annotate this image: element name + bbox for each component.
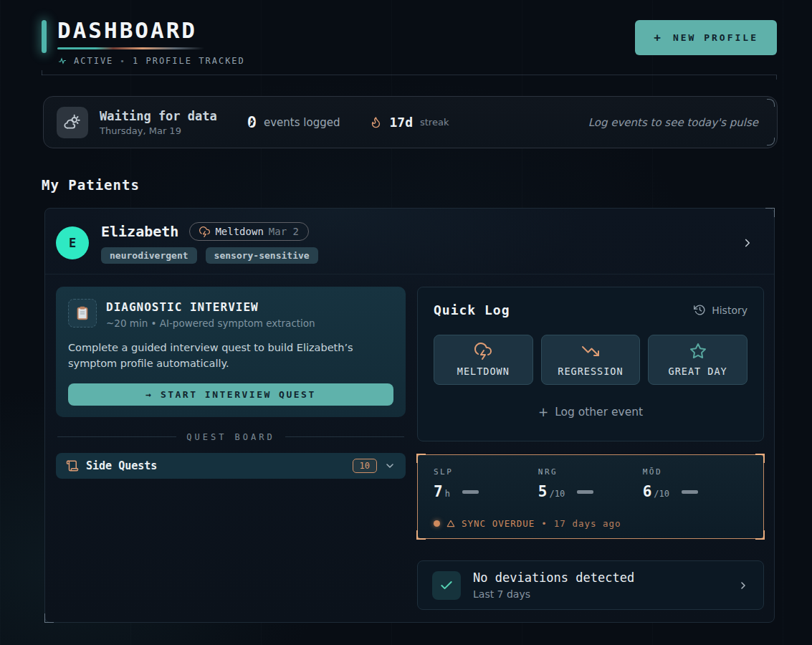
- profiles-tracked-label: 1 PROFILE TRACKED: [133, 56, 245, 66]
- patient-card: E Elizabeth Meltdown Mar 2: [44, 208, 775, 623]
- interview-subtitle: ~20 min • AI-powered symptom extraction: [106, 317, 315, 329]
- flame-icon: [370, 115, 382, 129]
- metric-label: MŌD: [643, 467, 747, 477]
- meltdown-button[interactable]: MELTDOWN: [434, 335, 533, 385]
- patient-name: Elizabeth: [101, 223, 178, 240]
- metric-nrg: NRG 5 /10: [538, 467, 643, 500]
- header: DASHBOARD ACTIVE • 1 PROFILE TRACKED + N…: [0, 0, 812, 66]
- side-quests-toggle[interactable]: Side Quests 10: [56, 453, 406, 479]
- sync-status-row: SYNC OVERDUE • 17 days ago: [434, 518, 747, 529]
- plus-icon: +: [538, 405, 548, 419]
- corner-decoration: [416, 454, 426, 463]
- accent-bar: [42, 20, 47, 53]
- activity-icon: [57, 57, 67, 65]
- meltdown-label: MELTDOWN: [457, 366, 510, 377]
- new-profile-label: NEW PROFILE: [673, 32, 758, 43]
- corner-decoration: [767, 99, 775, 107]
- dashboard-page: DASHBOARD ACTIVE • 1 PROFILE TRACKED + N…: [0, 0, 812, 645]
- badge-date: Mar 2: [269, 226, 299, 237]
- streak-label: streak: [420, 117, 449, 128]
- section-title-my-patients: My Patients: [42, 177, 812, 193]
- vitals-panel: SLP 7 h NRG 5 /10: [417, 454, 764, 539]
- page-title: DASHBOARD: [57, 17, 245, 43]
- last-event-badge: Meltdown Mar 2: [189, 222, 309, 241]
- start-interview-quest-button[interactable]: → START INTERVIEW QUEST: [68, 383, 393, 406]
- metric-label: NRG: [538, 467, 643, 477]
- scroll-icon: [66, 459, 79, 472]
- regression-button[interactable]: REGRESSION: [541, 335, 641, 385]
- history-label: History: [712, 305, 747, 316]
- cloud-lightning-icon: [199, 226, 210, 237]
- log-other-event-button[interactable]: + Log other event: [434, 405, 747, 419]
- streak-value: 17d: [389, 115, 413, 130]
- deviations-subtitle: Last 7 days: [473, 588, 634, 600]
- tag-row: neurodivergent sensory-sensitive: [101, 247, 318, 264]
- corner-decoration: [767, 138, 775, 145]
- today-pulse-card: Waiting for data Thursday, Mar 19 0 even…: [43, 96, 778, 148]
- quick-log-title: Quick Log: [434, 302, 510, 317]
- corner-decoration: [755, 454, 765, 463]
- metric-value: 7: [434, 484, 443, 500]
- title-underline: [57, 47, 204, 49]
- clipboard-icon: [68, 299, 97, 328]
- sun-cloud-icon: [57, 107, 88, 138]
- status-label: ACTIVE: [74, 56, 113, 66]
- tag-neurodivergent: neurodivergent: [101, 247, 197, 264]
- header-divider: [42, 75, 777, 75]
- great-day-label: GREAT DAY: [669, 366, 727, 377]
- regression-label: REGRESSION: [558, 366, 623, 377]
- check-icon: [432, 571, 461, 600]
- sync-status-label: SYNC OVERDUE: [462, 518, 535, 529]
- events-label: events logged: [264, 116, 340, 129]
- log-other-event-label: Log other event: [555, 406, 643, 419]
- avatar: E: [56, 226, 89, 259]
- metric-slp: SLP 7 h: [434, 467, 538, 500]
- today-date: Thursday, Mar 19: [100, 125, 217, 136]
- star-icon: [689, 343, 707, 360]
- status-row: ACTIVE • 1 PROFILE TRACKED: [57, 56, 245, 66]
- metric-value: 5: [538, 484, 548, 500]
- trend-dash: [462, 490, 479, 494]
- quest-board-label: QUEST BOARD: [186, 432, 274, 442]
- today-hint: Log events to see today's pulse: [588, 116, 758, 129]
- today-title: Waiting for data: [100, 109, 217, 123]
- deviations-card[interactable]: No deviations detected Last 7 days: [417, 560, 764, 610]
- metric-unit: /10: [654, 489, 669, 499]
- streak-stat: 17d streak: [370, 115, 449, 130]
- sync-separator: •: [541, 518, 548, 529]
- interview-title: DIAGNOSTIC INTERVIEW: [106, 300, 315, 314]
- history-icon: [694, 304, 706, 316]
- metric-value: 6: [643, 484, 652, 500]
- warning-icon: [446, 520, 455, 527]
- quest-board-divider: QUEST BOARD: [57, 432, 404, 442]
- corner-decoration: [416, 530, 426, 540]
- corner-decoration: [755, 530, 765, 540]
- metric-mod: MŌD 6 /10: [643, 467, 747, 500]
- metric-label: SLP: [434, 467, 538, 477]
- tag-sensory-sensitive: sensory-sensitive: [206, 247, 318, 264]
- quick-log-panel: Quick Log History: [417, 287, 764, 441]
- trend-dash: [577, 490, 593, 494]
- badge-label: Meltdown: [215, 226, 263, 237]
- interview-description: Complete a guided interview quest to bui…: [68, 340, 393, 372]
- sync-time: 17 days ago: [554, 518, 621, 529]
- chevron-right-icon: [741, 236, 754, 249]
- trending-down-icon: [582, 343, 599, 360]
- events-count: 0: [247, 115, 257, 130]
- side-quests-count-badge: 10: [353, 459, 377, 473]
- cloud-lightning-icon: [474, 343, 492, 360]
- new-profile-button[interactable]: + NEW PROFILE: [635, 20, 777, 55]
- metric-unit: h: [445, 489, 450, 499]
- metric-unit: /10: [550, 489, 565, 499]
- chevron-right-icon: [737, 580, 749, 591]
- trend-dash: [682, 490, 698, 494]
- status-separator: •: [120, 57, 126, 66]
- great-day-button[interactable]: GREAT DAY: [648, 335, 747, 385]
- patient-card-header[interactable]: E Elizabeth Meltdown Mar 2: [45, 209, 774, 274]
- chevron-down-icon: [384, 460, 396, 472]
- events-logged-stat: 0 events logged: [247, 115, 340, 130]
- deviations-title: No deviations detected: [473, 570, 634, 585]
- side-quests-label: Side Quests: [86, 459, 157, 472]
- diagnostic-interview-card: DIAGNOSTIC INTERVIEW ~20 min • AI-powere…: [56, 287, 406, 417]
- history-button[interactable]: History: [694, 304, 747, 316]
